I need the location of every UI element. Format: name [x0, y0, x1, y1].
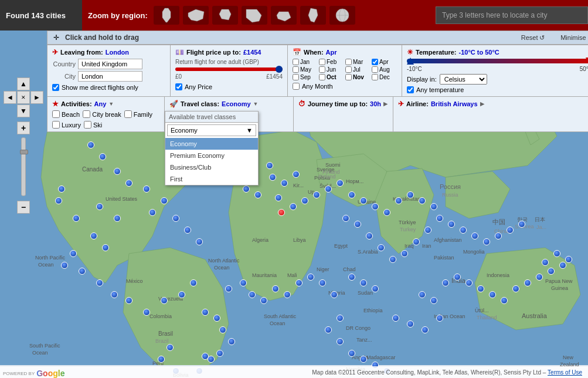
city-dot[interactable] — [73, 215, 80, 222]
activity-checkbox-beach[interactable] — [52, 110, 60, 118]
zoom-out-button[interactable]: − — [17, 201, 30, 214]
temp-thumb-left[interactable] — [407, 58, 414, 65]
city-dot[interactable] — [202, 309, 209, 316]
city-dot[interactable] — [442, 279, 449, 286]
city-dot[interactable] — [114, 168, 121, 175]
city-dot[interactable] — [407, 191, 414, 198]
city-dot[interactable] — [149, 209, 156, 216]
activity-checkbox-ski[interactable] — [84, 121, 91, 129]
city-dot[interactable] — [372, 285, 379, 292]
city-dot[interactable] — [553, 250, 560, 257]
city-dot[interactable] — [436, 315, 443, 322]
city-dot[interactable] — [219, 326, 226, 333]
travel-option-economy[interactable]: Economy — [165, 138, 258, 150]
city-dot[interactable] — [524, 279, 531, 286]
city-dot[interactable] — [295, 279, 303, 286]
pan-left-button[interactable]: ◄ — [4, 91, 16, 104]
month-checkbox-dec[interactable] — [372, 74, 378, 80]
city-dot[interactable] — [278, 209, 285, 216]
city-dot[interactable] — [378, 244, 385, 251]
journey-arrow[interactable]: ▶ — [383, 101, 388, 107]
map-container[interactable]: Canada United States México Venezuela Co… — [0, 31, 588, 378]
city-dot[interactable] — [559, 262, 566, 269]
city-dot[interactable] — [419, 291, 426, 298]
city-dot[interactable] — [125, 180, 132, 187]
city-dot[interactable] — [348, 191, 355, 198]
city-dot[interactable] — [260, 297, 267, 304]
city-dot[interactable] — [512, 285, 519, 292]
city-dot[interactable] — [483, 238, 490, 245]
region-asia[interactable] — [183, 6, 209, 25]
city-dot[interactable] — [225, 285, 232, 292]
region-africa[interactable] — [154, 6, 179, 25]
city-dot[interactable] — [348, 350, 355, 357]
city-dot[interactable] — [536, 274, 543, 281]
city-dot[interactable] — [96, 279, 103, 286]
city-dot[interactable] — [471, 232, 478, 239]
region-europe[interactable] — [212, 6, 238, 25]
city-dot[interactable] — [430, 297, 437, 304]
city-dot[interactable] — [216, 350, 223, 357]
city-dot[interactable] — [249, 291, 256, 298]
month-checkbox-apr[interactable] — [372, 59, 378, 65]
city-dot[interactable] — [99, 153, 106, 160]
city-dot[interactable] — [348, 274, 355, 281]
price-slider-thumb[interactable] — [276, 66, 283, 73]
city-dot[interactable] — [372, 203, 379, 210]
city-dot[interactable] — [290, 203, 297, 210]
city-dot[interactable] — [389, 256, 396, 263]
airline-arrow[interactable]: ▶ — [480, 101, 484, 107]
city-dot[interactable] — [354, 221, 361, 228]
city-dot[interactable] — [419, 197, 426, 204]
city-dot[interactable] — [465, 279, 473, 286]
dropdown-select[interactable]: Economy ▼ — [167, 124, 256, 136]
city-dot[interactable] — [178, 291, 185, 298]
city-dot[interactable] — [366, 232, 373, 239]
city-dot[interactable] — [161, 297, 168, 304]
city-dot[interactable] — [454, 274, 461, 281]
city-dot[interactable] — [430, 203, 437, 210]
city-dot[interactable] — [477, 285, 484, 292]
city-dot[interactable] — [301, 197, 308, 204]
month-checkbox-aug[interactable] — [372, 66, 378, 73]
travel-class-dropdown[interactable]: Available travel classes Economy ▼ Econo… — [165, 111, 259, 185]
city-dot[interactable] — [184, 227, 191, 234]
city-dot[interactable] — [565, 256, 572, 263]
city-dot[interactable] — [143, 309, 150, 316]
city-dot[interactable] — [337, 338, 344, 345]
region-world[interactable] — [329, 6, 355, 25]
city-dot[interactable] — [342, 215, 349, 222]
month-checkbox-sep[interactable] — [293, 74, 299, 80]
pan-right-button[interactable]: ► — [30, 91, 43, 104]
city-dot[interactable] — [254, 191, 261, 198]
city-dot[interactable] — [448, 221, 455, 228]
city-dot[interactable] — [90, 232, 97, 239]
city-dot[interactable] — [102, 244, 109, 251]
celsius-select[interactable]: Celsius Fahrenheit — [440, 74, 487, 85]
city-dot[interactable] — [307, 274, 314, 281]
city-dot[interactable] — [272, 285, 279, 292]
city-dot[interactable] — [70, 250, 77, 257]
minimise-button[interactable]: Minimise − — [560, 34, 588, 41]
any-temp-checkbox[interactable] — [407, 86, 414, 93]
city-dot[interactable] — [293, 171, 300, 178]
city-dot[interactable] — [489, 291, 496, 298]
city-dot[interactable] — [392, 315, 399, 322]
city-dot[interactable] — [407, 320, 414, 328]
country-input[interactable] — [78, 59, 142, 69]
activities-arrow[interactable]: ▼ — [108, 101, 114, 107]
city-dot[interactable] — [111, 291, 118, 298]
pan-center-button[interactable]: ✕ — [17, 91, 30, 104]
city-input[interactable] — [78, 71, 142, 82]
city-dot[interactable] — [325, 326, 332, 333]
city-dot[interactable] — [460, 227, 467, 234]
city-dot[interactable] — [269, 174, 276, 181]
city-dot[interactable] — [166, 344, 174, 351]
region-samerica[interactable] — [300, 6, 326, 25]
city-dot[interactable] — [243, 185, 250, 193]
city-dot[interactable] — [548, 268, 555, 275]
city-dot[interactable] — [79, 268, 86, 275]
city-dot[interactable] — [395, 197, 402, 204]
city-dot[interactable] — [55, 197, 62, 204]
city-dot[interactable] — [360, 356, 367, 363]
